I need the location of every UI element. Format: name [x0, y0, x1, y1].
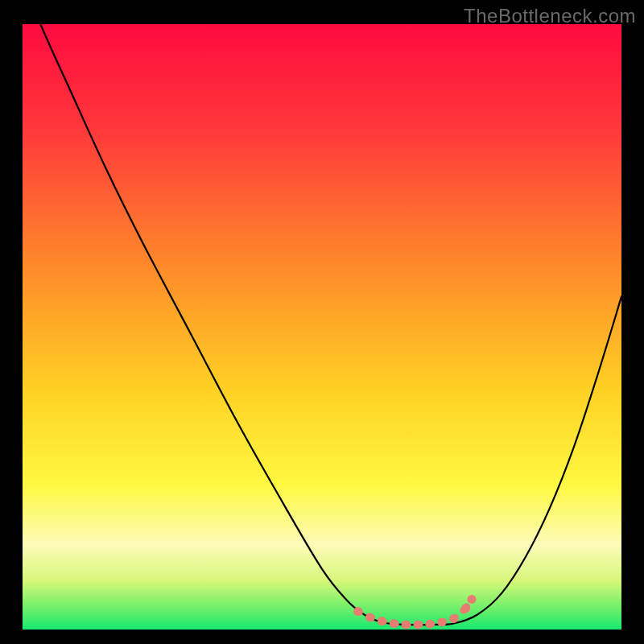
- optimal-point-marker: [353, 607, 362, 616]
- chart-frame: [23, 24, 621, 630]
- optimal-point-marker: [390, 619, 398, 628]
- optimal-point-marker: [365, 613, 374, 621]
- watermark-text: TheBottleneck.com: [464, 5, 636, 27]
- optimal-point-marker: [425, 620, 434, 629]
- optimal-point-marker: [461, 604, 470, 613]
- optimal-point-marker: [402, 620, 411, 629]
- optimal-point-marker: [437, 617, 446, 626]
- optimal-point-marker: [378, 617, 386, 625]
- chart-background-gradient: [23, 24, 621, 630]
- optimal-point-marker: [468, 595, 477, 604]
- optimal-point-marker: [414, 620, 423, 629]
- bottleneck-chart: [23, 24, 621, 630]
- optimal-point-marker: [449, 614, 458, 623]
